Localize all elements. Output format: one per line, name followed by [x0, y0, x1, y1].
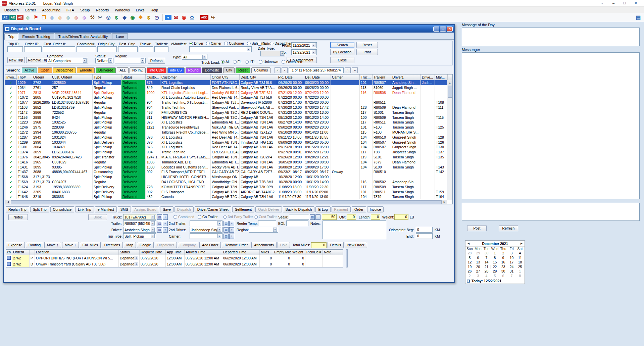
gift-icon[interactable]: ❖: [137, 14, 144, 21]
menu-setup[interactable]: Setup: [77, 7, 93, 13]
emanifest-radio-driver[interactable]: [189, 42, 193, 45]
filter-city-button[interactable]: City: [223, 67, 235, 73]
column-header-drive[interactable]: Drive...: [421, 75, 435, 80]
filter-active-button[interactable]: Active: [22, 67, 37, 73]
e-log-button[interactable]: E-Log: [315, 206, 330, 212]
calendar-date-28[interactable]: 28: [482, 269, 491, 274]
co-trailer-radio-wrap[interactable]: Co Trailer: [198, 215, 218, 219]
payment-icon[interactable]: $: [113, 14, 120, 21]
calendar-date-30[interactable]: 30: [482, 251, 491, 256]
tab-lane[interactable]: Lane: [112, 33, 128, 39]
emanifest-option-carrier[interactable]: Carrier: [206, 41, 221, 45]
horizontal-scroll-thumb[interactable]: [11, 200, 442, 204]
aexpress-teal-icon[interactable]: AE: [9, 15, 16, 20]
column-header-dest-city[interactable]: Dest. City: [240, 75, 277, 80]
aexpress-red-icon[interactable]: AE: [17, 15, 23, 20]
column-header-pic-date[interactable]: Pic. Date: [277, 75, 304, 80]
print-button[interactable]: Print: [356, 49, 378, 55]
calendar-date-11[interactable]: 11: [516, 256, 524, 260]
order-row[interactable]: 2762POPPORTUNITIES INC (FORT ATKINSON WI…: [6, 255, 343, 261]
search-button[interactable]: Search: [330, 42, 354, 48]
exit-icon[interactable]: ↪: [209, 14, 216, 21]
trip-row[interactable]: ✓T1437308848808,004007444,467...Outsourc…: [5, 169, 447, 175]
filter-no-inv-button[interactable]: No Inv.: [130, 67, 146, 73]
driver-icon[interactable]: ☺: [56, 14, 64, 21]
second-driver-select[interactable]: Jashandeep Singh▾: [190, 227, 222, 233]
order-column-header-departed-time[interactable]: Departed Time: [222, 250, 260, 255]
menu-dispatch[interactable]: Dispatch: [1, 7, 22, 13]
driver-lookup-button[interactable]: ▤: [157, 227, 162, 233]
order-column-header-weight[interactable]: Weight: [291, 250, 305, 255]
trip-row[interactable]: ✓T10772826,2805LDS13246023,1027510Regula…: [5, 100, 447, 105]
column-header-mar[interactable]: Mar...: [435, 75, 448, 80]
order-row[interactable]: 2762DOnway Transport Yard (Calgary AB T3…: [6, 261, 343, 267]
calendar-date-6[interactable]: 6: [499, 274, 507, 279]
order-status-select[interactable]: Departed▾: [120, 256, 138, 260]
tools-icon[interactable]: ⚒: [89, 14, 96, 21]
odometer-beg-input[interactable]: 0: [416, 227, 433, 233]
order-column-header-pd[interactable]: [30, 250, 35, 255]
scroll-left-icon[interactable]: ◀: [5, 200, 10, 204]
column-header-status[interactable]: Status: [121, 75, 146, 80]
shield-icon[interactable]: ◆: [121, 14, 128, 21]
second-trailer-select[interactable]: ▾: [190, 220, 222, 226]
salesman-icon[interactable]: ☺: [72, 14, 80, 21]
trip-row[interactable]: ✓T1624319319598,338096659Split DeliveryD…: [5, 185, 447, 190]
date-type-select[interactable]: ▾: [260, 51, 285, 56]
filter-dispatched-button[interactable]: Dispatched: [53, 67, 76, 73]
calendar-date-20[interactable]: 20: [474, 265, 482, 269]
carrier-select[interactable]: ▾: [190, 233, 222, 239]
emanifest-radio-customer[interactable]: [224, 42, 228, 45]
trailer-lookup-button[interactable]: ▤: [157, 221, 162, 226]
board-close-button[interactable]: ✕: [447, 27, 453, 32]
order-button[interactable]: Order: [352, 206, 366, 212]
seal-input[interactable]: [289, 214, 309, 220]
trip-row[interactable]: ✓T11082852LDS13251759Split PickupDeliver…: [5, 105, 447, 110]
form-region-select[interactable]: ▾: [249, 227, 278, 233]
calendar-date-3[interactable]: 3: [507, 251, 516, 256]
aexpress-blue-icon[interactable]: AE: [2, 15, 9, 20]
bol-input[interactable]: [286, 220, 308, 226]
calendar-date-30[interactable]: 30: [499, 269, 507, 274]
calendar-date-9[interactable]: 9: [499, 256, 507, 260]
emanifest-option-customer[interactable]: Customer: [224, 41, 244, 45]
trip-row[interactable]: ✓T14162965C001029RegularDelivered1036Tam…: [5, 160, 447, 165]
package-icon[interactable]: ❒: [40, 14, 48, 21]
menu-links[interactable]: Links: [133, 7, 148, 13]
weight-field[interactable]: 0: [394, 214, 408, 220]
filter-input-origin-city[interactable]: [97, 46, 117, 52]
flag-icon[interactable]: ⚑: [32, 14, 40, 21]
second-driver-add-button[interactable]: +: [229, 227, 234, 233]
second-driver-lookup-button[interactable]: ▤: [224, 227, 229, 233]
page-first-button[interactable]: «: [275, 67, 281, 73]
calendar-date-3[interactable]: 3: [474, 274, 482, 279]
calendar-date-5[interactable]: 5: [491, 274, 499, 279]
total-miles-field[interactable]: 0: [311, 242, 327, 248]
filter-input-container[interactable]: [77, 46, 96, 52]
close-board-button[interactable]: Close: [330, 57, 354, 63]
truck-load-radio-unknown[interactable]: [259, 60, 262, 64]
calendar-date-25[interactable]: 25: [516, 265, 524, 269]
menu-ifta[interactable]: IFTA: [63, 7, 77, 13]
move-button[interactable]: Move ↓: [62, 242, 79, 248]
calendar-date-24[interactable]: 24: [507, 265, 516, 269]
co-trailer-radio[interactable]: [198, 215, 201, 219]
details-button[interactable]: Details: [328, 242, 344, 248]
truck-load-radio-fl[interactable]: [233, 60, 237, 64]
odometer-end-input[interactable]: 0: [416, 233, 433, 239]
maximize-button[interactable]: □: [623, 1, 626, 5]
calendar-date-8[interactable]: 8: [491, 256, 499, 260]
calendar-date-22[interactable]: 22: [491, 265, 499, 269]
filter-input-trip-id[interactable]: [7, 46, 23, 52]
calendar-date-4[interactable]: 4: [482, 274, 491, 279]
calendar-date-17[interactable]: 17: [507, 260, 516, 265]
messenger-history[interactable]: [462, 52, 640, 199]
order-column-header-ch[interactable]: ch: [6, 250, 12, 255]
truck-load-option-all[interactable]: All: [221, 60, 230, 64]
column-header-trip[interactable]: Trip#: [17, 75, 32, 80]
calendar-date-15[interactable]: 15: [491, 260, 499, 265]
trailer-select[interactable]: R80507 (55X488)▾: [123, 220, 156, 226]
emanifest-radio-carrier[interactable]: [206, 42, 210, 45]
column-header-type[interactable]: Type: [93, 75, 121, 80]
filter-input-truck[interactable]: [139, 46, 153, 52]
